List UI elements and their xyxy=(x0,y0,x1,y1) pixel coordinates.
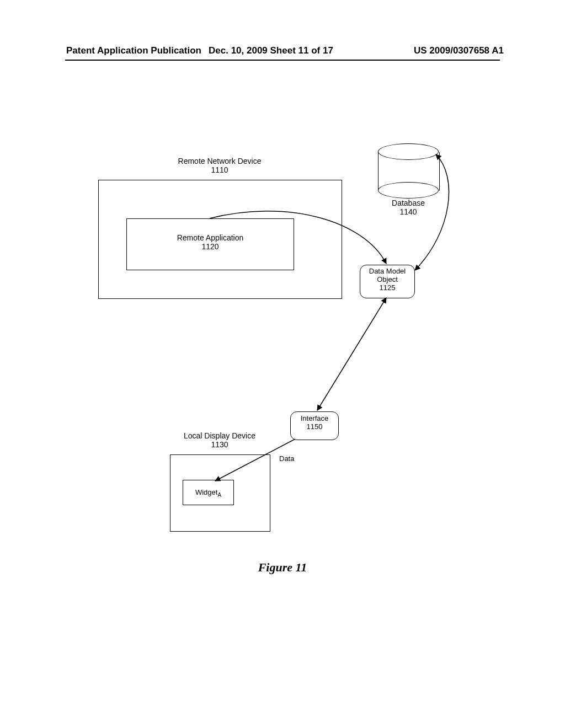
remote-network-device-label: Remote Network Device 1110 xyxy=(98,157,341,174)
remote-application-label: Remote Application 1120 xyxy=(127,219,294,251)
rnd-title-text: Remote Network Device xyxy=(178,157,262,165)
database-icon xyxy=(378,143,439,199)
db-bottom xyxy=(378,182,439,199)
ra-ref: 1120 xyxy=(201,242,218,251)
db-ref: 1140 xyxy=(399,207,417,216)
dmo-title: Data Model Object xyxy=(369,267,406,283)
data-label: Data xyxy=(279,454,294,463)
header-date-sheet: Dec. 10, 2009 Sheet 11 of 17 xyxy=(209,45,333,56)
db-title: Database xyxy=(392,199,425,207)
iface-title: Interface xyxy=(301,414,329,422)
ra-title: Remote Application xyxy=(177,233,244,242)
local-display-device-label: Local Display Device 1130 xyxy=(170,431,269,449)
widget-box: WidgetA xyxy=(183,480,234,505)
rnd-ref: 1110 xyxy=(211,165,228,174)
database-label: Database 1140 xyxy=(378,199,439,216)
page: Patent Application Publication Dec. 10, … xyxy=(0,0,565,728)
data-model-object-box: Data Model Object 1125 xyxy=(360,265,415,298)
widget-label: Widget xyxy=(195,488,217,496)
iface-ref: 1150 xyxy=(307,422,323,431)
db-top xyxy=(378,143,439,160)
connector-overlay xyxy=(0,0,565,728)
widget-subscript: A xyxy=(217,492,221,498)
ldd-ref: 1130 xyxy=(211,440,228,449)
dmo-ref: 1125 xyxy=(380,283,396,292)
figure-caption: Figure 11 xyxy=(0,560,565,575)
header-left: Patent Application Publication xyxy=(66,45,201,56)
ldd-title-text: Local Display Device xyxy=(184,431,255,440)
header-rule xyxy=(65,60,500,61)
remote-application-box: Remote Application 1120 xyxy=(126,218,294,270)
header-pub-number: US 2009/0307658 A1 xyxy=(414,45,504,56)
interface-box: Interface 1150 xyxy=(290,411,339,440)
